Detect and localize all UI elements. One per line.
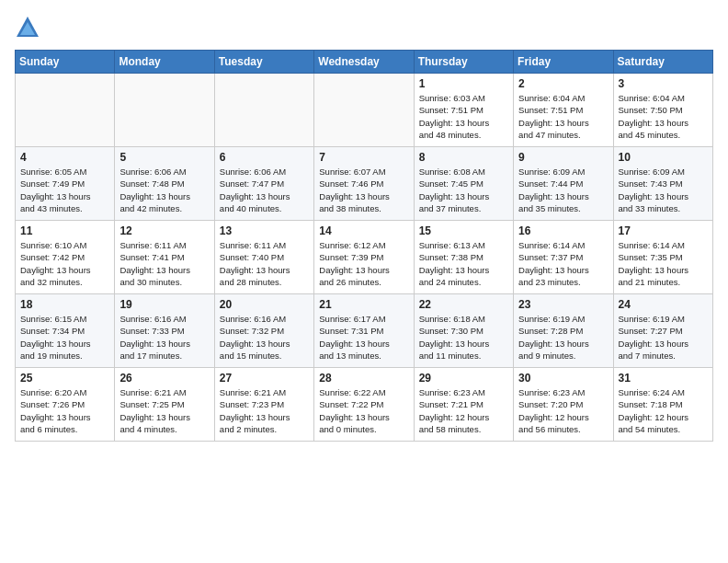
day-number: 1: [419, 77, 508, 90]
day-number: 31: [619, 372, 708, 385]
calendar-cell: 2Sunrise: 6:04 AMSunset: 7:51 PMDaylight…: [514, 74, 613, 147]
calendar-cell: 22Sunrise: 6:18 AMSunset: 7:30 PMDayligh…: [414, 294, 513, 368]
calendar-cell: 6Sunrise: 6:06 AMSunset: 7:47 PMDaylight…: [214, 147, 313, 221]
day-info: Sunrise: 6:15 AMSunset: 7:34 PMDaylight:…: [20, 313, 109, 362]
calendar-week-row: 1Sunrise: 6:03 AMSunset: 7:51 PMDaylight…: [16, 74, 713, 147]
calendar-cell: [214, 74, 313, 147]
weekday-header: Saturday: [613, 51, 712, 74]
calendar-cell: 14Sunrise: 6:12 AMSunset: 7:39 PMDayligh…: [314, 221, 414, 294]
day-number: 28: [319, 372, 408, 385]
weekday-header: Monday: [115, 51, 214, 74]
day-number: 14: [319, 224, 408, 237]
day-number: 11: [20, 224, 109, 237]
weekday-header: Friday: [514, 51, 613, 74]
day-info: Sunrise: 6:08 AMSunset: 7:45 PMDaylight:…: [419, 166, 508, 214]
calendar-cell: 8Sunrise: 6:08 AMSunset: 7:45 PMDaylight…: [414, 147, 513, 221]
day-number: 23: [518, 298, 608, 311]
day-info: Sunrise: 6:06 AMSunset: 7:48 PMDaylight:…: [119, 166, 209, 214]
logo-icon: [15, 15, 40, 40]
calendar-cell: 20Sunrise: 6:16 AMSunset: 7:32 PMDayligh…: [214, 294, 313, 368]
day-info: Sunrise: 6:11 AMSunset: 7:40 PMDaylight:…: [220, 239, 309, 288]
calendar-cell: 24Sunrise: 6:19 AMSunset: 7:27 PMDayligh…: [613, 294, 712, 368]
calendar-cell: 5Sunrise: 6:06 AMSunset: 7:48 PMDaylight…: [115, 147, 214, 221]
day-info: Sunrise: 6:09 AMSunset: 7:43 PMDaylight:…: [619, 166, 708, 214]
calendar-cell: 4Sunrise: 6:05 AMSunset: 7:49 PMDaylight…: [16, 147, 115, 221]
calendar-cell: 9Sunrise: 6:09 AMSunset: 7:44 PMDaylight…: [514, 147, 613, 221]
calendar-cell: [115, 74, 214, 147]
calendar-cell: 17Sunrise: 6:14 AMSunset: 7:35 PMDayligh…: [613, 221, 712, 294]
day-number: 9: [518, 151, 608, 164]
day-info: Sunrise: 6:03 AMSunset: 7:51 PMDaylight:…: [419, 92, 508, 141]
day-number: 30: [518, 372, 608, 385]
day-number: 8: [419, 151, 508, 164]
calendar-cell: 26Sunrise: 6:21 AMSunset: 7:25 PMDayligh…: [115, 368, 214, 442]
day-info: Sunrise: 6:23 AMSunset: 7:20 PMDaylight:…: [518, 386, 608, 435]
day-number: 6: [220, 151, 309, 164]
day-info: Sunrise: 6:18 AMSunset: 7:30 PMDaylight:…: [419, 313, 508, 362]
calendar-cell: 21Sunrise: 6:17 AMSunset: 7:31 PMDayligh…: [314, 294, 414, 368]
day-number: 20: [220, 298, 309, 311]
calendar-cell: 10Sunrise: 6:09 AMSunset: 7:43 PMDayligh…: [613, 147, 712, 221]
day-info: Sunrise: 6:04 AMSunset: 7:51 PMDaylight:…: [518, 92, 608, 141]
day-info: Sunrise: 6:22 AMSunset: 7:22 PMDaylight:…: [319, 386, 408, 435]
calendar-cell: 27Sunrise: 6:21 AMSunset: 7:23 PMDayligh…: [214, 368, 313, 442]
calendar-cell: 28Sunrise: 6:22 AMSunset: 7:22 PMDayligh…: [314, 368, 414, 442]
weekday-header: Thursday: [414, 51, 513, 74]
day-info: Sunrise: 6:13 AMSunset: 7:38 PMDaylight:…: [419, 239, 508, 288]
day-info: Sunrise: 6:14 AMSunset: 7:37 PMDaylight:…: [518, 239, 608, 288]
day-info: Sunrise: 6:24 AMSunset: 7:18 PMDaylight:…: [619, 386, 708, 435]
calendar-cell: 3Sunrise: 6:04 AMSunset: 7:50 PMDaylight…: [613, 74, 712, 147]
logo: [15, 15, 44, 40]
day-number: 7: [319, 151, 408, 164]
calendar-cell: 16Sunrise: 6:14 AMSunset: 7:37 PMDayligh…: [514, 221, 613, 294]
day-info: Sunrise: 6:16 AMSunset: 7:32 PMDaylight:…: [220, 313, 309, 362]
calendar-cell: 30Sunrise: 6:23 AMSunset: 7:20 PMDayligh…: [514, 368, 613, 442]
calendar-cell: 31Sunrise: 6:24 AMSunset: 7:18 PMDayligh…: [613, 368, 712, 442]
calendar-cell: 15Sunrise: 6:13 AMSunset: 7:38 PMDayligh…: [414, 221, 513, 294]
weekday-header: Sunday: [16, 51, 115, 74]
page-header: [15, 15, 713, 40]
day-number: 10: [619, 151, 708, 164]
day-info: Sunrise: 6:21 AMSunset: 7:23 PMDaylight:…: [220, 386, 309, 435]
day-info: Sunrise: 6:21 AMSunset: 7:25 PMDaylight:…: [119, 386, 209, 435]
calendar-cell: 11Sunrise: 6:10 AMSunset: 7:42 PMDayligh…: [16, 221, 115, 294]
calendar-table: SundayMondayTuesdayWednesdayThursdayFrid…: [15, 50, 713, 442]
day-info: Sunrise: 6:17 AMSunset: 7:31 PMDaylight:…: [319, 313, 408, 362]
weekday-header: Tuesday: [214, 51, 313, 74]
calendar-week-row: 25Sunrise: 6:20 AMSunset: 7:26 PMDayligh…: [16, 368, 713, 442]
day-number: 18: [20, 298, 109, 311]
day-info: Sunrise: 6:06 AMSunset: 7:47 PMDaylight:…: [220, 166, 309, 214]
calendar-cell: 25Sunrise: 6:20 AMSunset: 7:26 PMDayligh…: [16, 368, 115, 442]
day-number: 24: [619, 298, 708, 311]
day-number: 22: [419, 298, 508, 311]
day-number: 19: [119, 298, 209, 311]
calendar-cell: 1Sunrise: 6:03 AMSunset: 7:51 PMDaylight…: [414, 74, 513, 147]
calendar-week-row: 18Sunrise: 6:15 AMSunset: 7:34 PMDayligh…: [16, 294, 713, 368]
day-info: Sunrise: 6:10 AMSunset: 7:42 PMDaylight:…: [20, 239, 109, 288]
calendar-cell: 18Sunrise: 6:15 AMSunset: 7:34 PMDayligh…: [16, 294, 115, 368]
day-number: 15: [419, 224, 508, 237]
day-number: 26: [119, 372, 209, 385]
day-info: Sunrise: 6:14 AMSunset: 7:35 PMDaylight:…: [619, 239, 708, 288]
day-number: 25: [20, 372, 109, 385]
calendar-week-row: 11Sunrise: 6:10 AMSunset: 7:42 PMDayligh…: [16, 221, 713, 294]
calendar-cell: 29Sunrise: 6:23 AMSunset: 7:21 PMDayligh…: [414, 368, 513, 442]
calendar-cell: 13Sunrise: 6:11 AMSunset: 7:40 PMDayligh…: [214, 221, 313, 294]
day-number: 2: [518, 77, 608, 90]
day-number: 17: [619, 224, 708, 237]
day-info: Sunrise: 6:23 AMSunset: 7:21 PMDaylight:…: [419, 386, 508, 435]
day-number: 3: [619, 77, 708, 90]
day-number: 29: [419, 372, 508, 385]
calendar-cell: [16, 74, 115, 147]
day-number: 27: [220, 372, 309, 385]
weekday-header: Wednesday: [314, 51, 414, 74]
day-number: 12: [119, 224, 209, 237]
calendar-cell: 7Sunrise: 6:07 AMSunset: 7:46 PMDaylight…: [314, 147, 414, 221]
calendar-cell: [314, 74, 414, 147]
day-info: Sunrise: 6:07 AMSunset: 7:46 PMDaylight:…: [319, 166, 408, 214]
day-number: 16: [518, 224, 608, 237]
calendar-cell: 19Sunrise: 6:16 AMSunset: 7:33 PMDayligh…: [115, 294, 214, 368]
day-number: 5: [119, 151, 209, 164]
day-info: Sunrise: 6:04 AMSunset: 7:50 PMDaylight:…: [619, 92, 708, 141]
day-number: 21: [319, 298, 408, 311]
